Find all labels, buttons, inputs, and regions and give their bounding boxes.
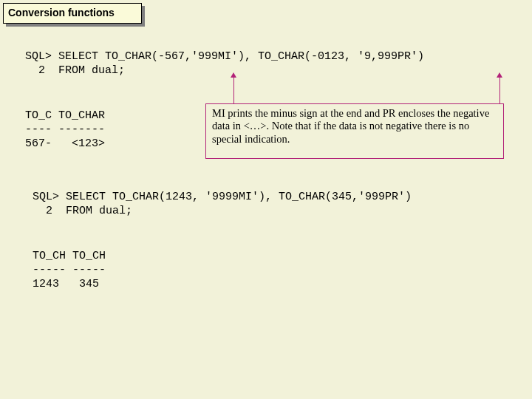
sql-result-1: TO_C TO_CHAR ---- ------- 567- <123> [25, 109, 105, 151]
sql2-line1: SQL> SELECT TO_CHAR(1243, '9999MI'), TO_… [33, 191, 412, 203]
note-text: MI prints the minus sign at the end and … [212, 107, 489, 145]
sql-query-2: SQL> SELECT TO_CHAR(1243, '9999MI'), TO_… [33, 191, 412, 219]
sql-query-1: SQL> SELECT TO_CHAR(-567,'999MI'), TO_CH… [25, 50, 424, 78]
arrow-2-line [499, 78, 500, 104]
sql-result-2: TO_CH TO_CH ----- ----- 1243 345 [33, 250, 106, 291]
title-box: Conversion functions [3, 3, 142, 24]
arrow-1-head [231, 72, 236, 78]
sql1-line2: 2 FROM dual; [25, 64, 125, 77]
sql2-line2: 2 FROM dual; [33, 205, 132, 217]
arrow-2-head [497, 72, 502, 78]
explanation-note: MI prints the minus sign at the end and … [205, 103, 504, 159]
title-text: Conversion functions [8, 7, 115, 18]
sql1-line1: SQL> SELECT TO_CHAR(-567,'999MI'), TO_CH… [25, 50, 424, 63]
arrow-1-line [233, 78, 234, 104]
